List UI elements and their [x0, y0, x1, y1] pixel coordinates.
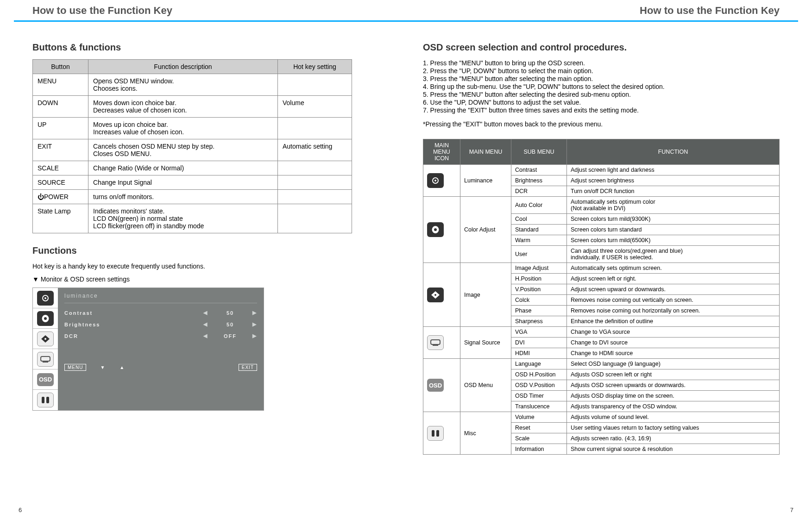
- monitor-osd-heading: ▼ Monitor & OSD screen settings: [32, 275, 367, 283]
- luminance-icon: [427, 173, 444, 188]
- procedure-step: 3. Press the "MENU" button after selecti…: [423, 75, 780, 82]
- svg-point-10: [434, 180, 436, 181]
- functions-subtext: Hot key is a handy key to execute freque…: [32, 263, 367, 270]
- signal-source-icon: [37, 352, 54, 367]
- function-desc: Enhance the definition of outline: [567, 316, 780, 327]
- osd-footer-down: ▼: [100, 365, 106, 370]
- osd-row-value: 50: [216, 322, 244, 327]
- sub-menu-name: DVI: [511, 338, 567, 348]
- table-row: LuminanceContrastAdjust screen light and…: [423, 165, 780, 175]
- main-menu-icon-cell: [423, 263, 460, 327]
- function-desc: Adjusts transparency of the OSD window.: [567, 401, 780, 412]
- button-desc: Opens OSD MENU window. Chooses icons.: [88, 74, 278, 96]
- function-desc: Show current signal source & resolution: [567, 444, 780, 455]
- osd-row-value: OFF: [216, 333, 244, 339]
- main-menu-icon-cell: [423, 197, 460, 263]
- main-menu-name: Misc: [460, 412, 511, 455]
- osdmenu-header-icon: MAIN MENU ICON: [423, 139, 460, 165]
- sub-menu-name: Cool: [511, 214, 567, 225]
- misc-icon: [427, 426, 444, 441]
- function-desc: Screen colors turn mild(6500K): [567, 235, 780, 246]
- osd-row-label: DCR: [64, 333, 195, 339]
- function-desc: Adjusts OSD screen left or right: [567, 369, 780, 380]
- function-desc: Screen colors turn mild(9300K): [567, 214, 780, 225]
- osd-footer-menu: MENU: [64, 364, 86, 371]
- function-desc: Adjust screen light and darkness: [567, 165, 780, 175]
- table-row: MiscVolumeAdjusts volume of sound level.: [423, 412, 780, 423]
- button-hotkey: [278, 161, 352, 175]
- sub-menu-name: Warm: [511, 235, 567, 246]
- main-menu-name: Color Adjust: [460, 197, 511, 263]
- sub-menu-name: Sharpness: [511, 316, 567, 327]
- sub-menu-name: Standard: [511, 225, 567, 235]
- misc-icon: [37, 393, 54, 407]
- procedure-step: 1. Press the "MENU" button to bring up t…: [423, 59, 780, 67]
- main-menu-name: Luminance: [460, 165, 511, 197]
- button-hotkey: [278, 204, 352, 233]
- buttons-table: Button Function description Hot key sett…: [32, 59, 352, 233]
- sub-menu-name: VGA: [511, 327, 567, 338]
- osd-row-label: Contrast: [64, 310, 195, 316]
- table-row: OSDOSD MenuLanguageSelect OSD language (…: [423, 359, 780, 369]
- table-row: EXITCancels chosen OSD MENU step by step…: [33, 139, 352, 161]
- function-desc: Turn on/off DCR function: [567, 186, 780, 197]
- functions-heading: Functions: [32, 245, 367, 256]
- buttons-functions-heading: Buttons & functions: [32, 42, 367, 53]
- function-desc: Adjusts screen ratio. (4:3, 16:9): [567, 433, 780, 444]
- button-desc: Cancels chosen OSD MENU step by step. Cl…: [88, 139, 278, 161]
- function-desc: User setting vlaues return to factory se…: [567, 423, 780, 433]
- osd-footer-up: ▲: [120, 365, 125, 370]
- button-name: State Lamp: [33, 204, 88, 233]
- main-menu-name: Signal Source: [460, 327, 511, 359]
- right-arrow-icon: ▶: [252, 333, 257, 339]
- osd-row-value: 50: [216, 310, 244, 316]
- function-desc: Screen colors turn standard: [567, 225, 780, 235]
- table-row: MENUOpens OSD MENU window. Chooses icons…: [33, 74, 352, 96]
- function-desc: Change to DVI source: [567, 338, 780, 348]
- sub-menu-name: Scale: [511, 433, 567, 444]
- luminance-icon: [37, 291, 54, 306]
- osd-row: Brightness◀50▶: [64, 319, 257, 330]
- function-desc: Adjust screen brightness: [567, 175, 780, 186]
- function-desc: Adjust screen upward or downwards.: [567, 284, 780, 295]
- function-desc: Change to HDMI source: [567, 348, 780, 359]
- button-desc: Change Ratio (Wide or Normal): [88, 161, 278, 175]
- svg-point-11: [434, 228, 437, 231]
- sub-menu-name: Volume: [511, 412, 567, 423]
- button-hotkey: [278, 74, 352, 96]
- sub-menu-name: H.Position: [511, 274, 567, 284]
- table-row: State LampIndicates monitors' state. LCD…: [33, 204, 352, 233]
- sub-menu-name: OSD H.Position: [511, 369, 567, 380]
- svg-rect-16: [432, 430, 434, 437]
- function-desc: Adjusts volume of sound level.: [567, 412, 780, 423]
- main-menu-icon-cell: [423, 165, 460, 197]
- function-desc: Adjusts OSD screen upwards or downwards.: [567, 380, 780, 391]
- sub-menu-name: Brightness: [511, 175, 567, 186]
- sub-menu-name: Translucence: [511, 401, 567, 412]
- header-divider: [14, 20, 798, 22]
- button-name: SCALE: [33, 161, 88, 175]
- procedure-step: 2. Press the "UP, DOWN" buttons to selec…: [423, 67, 780, 75]
- osd-panel: luminance Contrast◀50▶Brightness◀50▶DCR◀…: [58, 288, 264, 410]
- left-column: Buttons & functions Button Function desc…: [32, 40, 367, 455]
- sub-menu-name: Colck: [511, 295, 567, 306]
- osd-procedures-heading: OSD screen selection and control procedu…: [423, 42, 780, 53]
- osd-menu-table: MAIN MENU ICON MAIN MENU SUB MENU FUNCTI…: [423, 139, 780, 455]
- sub-menu-name: Information: [511, 444, 567, 455]
- button-name: EXIT: [33, 139, 88, 161]
- sub-menu-name: Auto Color: [511, 197, 567, 214]
- button-hotkey: Volume: [278, 96, 352, 118]
- osd-icon-strip: OSD: [33, 288, 58, 410]
- image-icon: [427, 288, 444, 302]
- sub-menu-name: OSD Timer: [511, 391, 567, 401]
- color-adjust-icon: [427, 222, 444, 237]
- svg-point-13: [434, 294, 436, 296]
- osd-row: DCR◀OFF▶: [64, 330, 257, 342]
- buttons-header-button: Button: [33, 60, 88, 74]
- main-menu-name: Image: [460, 263, 511, 327]
- procedure-step: 7. Pressing the "EXIT" button three time…: [423, 106, 780, 114]
- main-menu-icon-cell: [423, 412, 460, 455]
- sub-menu-name: Language: [511, 359, 567, 369]
- sub-menu-name: Image Adjust: [511, 263, 567, 274]
- sub-menu-name: Reset: [511, 423, 567, 433]
